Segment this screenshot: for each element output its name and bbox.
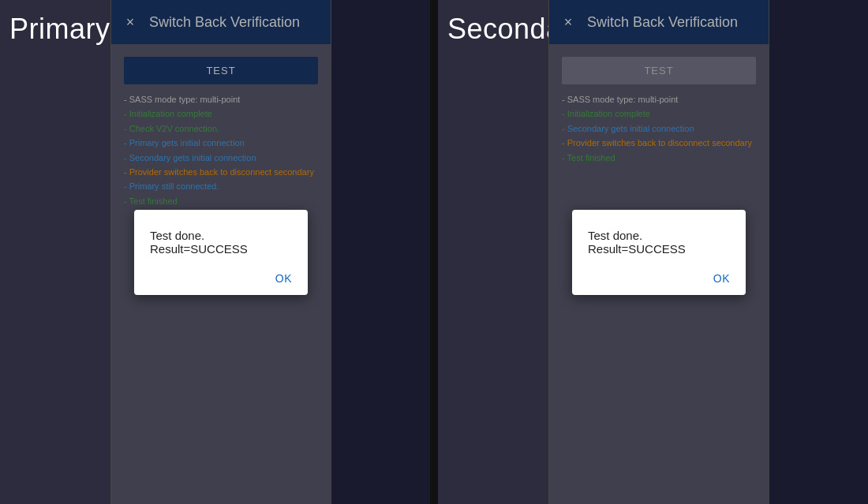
secondary-ok-button[interactable]: OK xyxy=(713,272,730,285)
primary-label-panel: Primary xyxy=(0,0,110,504)
primary-overlay: Test done. Result=SUCCESS OK xyxy=(111,0,331,504)
primary-phone-frame: × Switch Back Verification TEST - SASS m… xyxy=(110,0,331,504)
secondary-result-message: Test done. Result=SUCCESS xyxy=(588,229,730,256)
secondary-result-dialog: Test done. Result=SUCCESS OK xyxy=(572,210,746,295)
secondary-section: Secondary × Switch Back Verification TES… xyxy=(438,0,868,504)
primary-result-ok-container: OK xyxy=(150,271,292,286)
secondary-phone-frame: × Switch Back Verification TEST - SASS m… xyxy=(548,0,769,504)
primary-result-dialog: Test done. Result=SUCCESS OK xyxy=(134,210,308,295)
primary-result-message: Test done. Result=SUCCESS xyxy=(150,229,292,256)
primary-device-label: Primary xyxy=(9,13,110,46)
secondary-overlay: Test done. Result=SUCCESS OK xyxy=(549,0,769,504)
secondary-result-ok-container: OK xyxy=(588,271,730,286)
section-divider xyxy=(430,0,438,504)
primary-ok-button[interactable]: OK xyxy=(275,272,292,285)
primary-section: Primary × Switch Back Verification TEST … xyxy=(0,0,430,504)
secondary-label-panel: Secondary xyxy=(438,0,548,504)
